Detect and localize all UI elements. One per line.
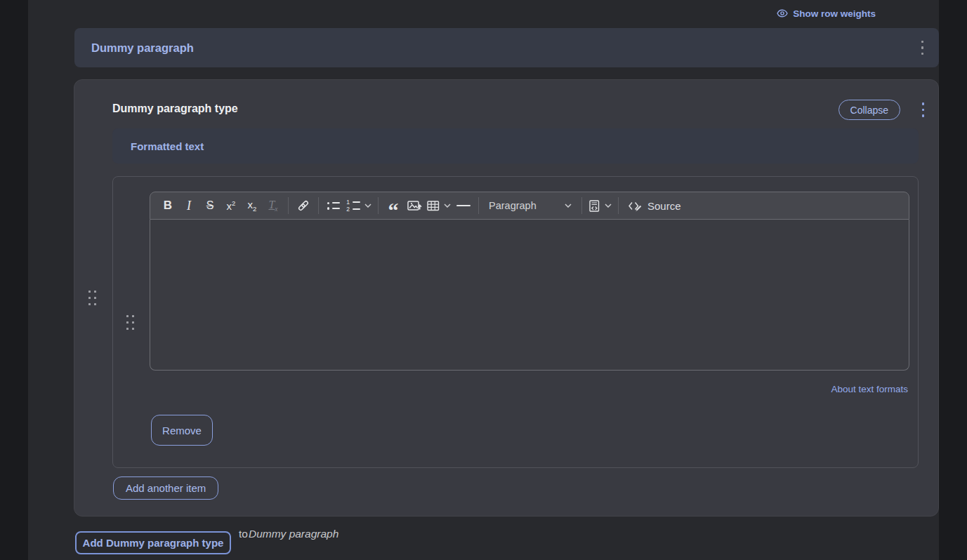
code-block-button[interactable] <box>586 194 614 217</box>
horizontal-line-icon <box>456 205 471 206</box>
link-button[interactable] <box>293 194 314 217</box>
add-destination-target: Dummy paragraph <box>249 528 338 540</box>
toolbar-separator <box>618 197 619 214</box>
add-another-item-button[interactable]: Add another item <box>113 476 218 500</box>
field-item-container: B I S x2 x2 <box>112 176 919 468</box>
kebab-dot <box>921 53 924 55</box>
toolbar-separator <box>318 197 319 214</box>
table-icon <box>427 201 440 211</box>
paragraph-style-label: Paragraph <box>489 200 537 211</box>
table-button[interactable] <box>425 194 453 217</box>
page: Show row weights Dummy paragraph Dummy p… <box>0 0 967 560</box>
paragraph-drag-handle[interactable] <box>86 288 99 308</box>
kebab-dot <box>921 46 924 49</box>
bulleted-list-icon <box>327 202 341 210</box>
block-quote-icon: “ <box>388 207 399 214</box>
bulleted-list-button[interactable] <box>323 194 344 217</box>
eye-icon <box>777 8 788 19</box>
editor-content[interactable] <box>150 220 909 371</box>
remove-format-button[interactable]: Tx <box>263 194 284 217</box>
paragraph-row-title: Dummy paragraph <box>91 41 194 55</box>
paragraph-style-dropdown[interactable]: Paragraph <box>483 194 577 217</box>
superscript-icon: x2 <box>227 199 236 212</box>
superscript-button[interactable]: x2 <box>221 194 242 217</box>
about-text-formats-link[interactable]: About text formats <box>831 384 908 394</box>
paragraph-actions-menu-button[interactable] <box>918 98 929 121</box>
subscript-icon: x2 <box>248 199 257 213</box>
content-area: Show row weights Dummy paragraph Dummy p… <box>28 0 939 560</box>
numbered-list-icon: 1 2 <box>346 200 360 211</box>
toolbar-separator <box>581 197 582 214</box>
remove-format-icon: Tx <box>268 199 277 213</box>
editor-toolbar: B I S x2 x2 <box>150 192 909 220</box>
horizontal-line-button[interactable] <box>453 194 474 217</box>
image-upload-button[interactable] <box>404 194 425 217</box>
kebab-dot <box>922 102 925 105</box>
italic-button[interactable]: I <box>178 194 199 217</box>
chevron-down-icon <box>605 204 612 208</box>
add-destination-text: toDummy paragraph <box>239 528 338 540</box>
add-dummy-paragraph-type-button[interactable]: Add Dummy paragraph type <box>75 531 231 554</box>
paragraph-row-header: Dummy paragraph <box>74 28 939 67</box>
italic-icon: I <box>187 199 191 213</box>
strikethrough-button[interactable]: S <box>199 194 221 217</box>
add-destination-prefix: to <box>239 528 248 540</box>
chevron-down-icon <box>444 204 451 208</box>
show-row-weights-label: Show row weights <box>793 8 876 19</box>
kebab-dot <box>922 114 925 117</box>
paragraph-item-panel: Dummy paragraph type Collapse Formatted … <box>74 79 939 516</box>
kebab-dot <box>922 109 925 112</box>
toolbar-separator <box>288 197 289 214</box>
bold-icon: B <box>164 199 172 213</box>
source-button[interactable]: Source <box>623 194 685 217</box>
field-label-header: Formatted text <box>112 128 919 164</box>
toolbar-separator <box>378 197 379 214</box>
rich-text-editor: B I S x2 x2 <box>150 192 909 371</box>
source-button-label: Source <box>647 200 681 212</box>
fieldset-title: Dummy paragraph type <box>112 102 238 115</box>
toolbar-separator <box>478 197 479 214</box>
strikethrough-icon: S <box>206 199 214 212</box>
image-upload-icon <box>407 200 422 212</box>
block-quote-button[interactable]: “ <box>383 194 404 217</box>
kebab-dot <box>921 41 924 44</box>
show-row-weights-link[interactable]: Show row weights <box>777 8 876 19</box>
item-drag-handle[interactable] <box>124 312 137 333</box>
source-edit-icon <box>627 200 642 212</box>
numbered-list-button[interactable]: 1 2 <box>344 194 374 217</box>
row-actions-menu-button[interactable] <box>917 36 928 60</box>
bold-button[interactable]: B <box>157 194 178 217</box>
collapse-button[interactable]: Collapse <box>838 100 900 120</box>
field-label: Formatted text <box>131 140 204 152</box>
link-icon <box>297 199 310 212</box>
chevron-down-icon <box>364 204 371 208</box>
chevron-down-icon <box>565 204 572 208</box>
code-block-icon <box>588 200 600 212</box>
remove-button[interactable]: Remove <box>151 415 213 446</box>
subscript-button[interactable]: x2 <box>242 194 263 217</box>
